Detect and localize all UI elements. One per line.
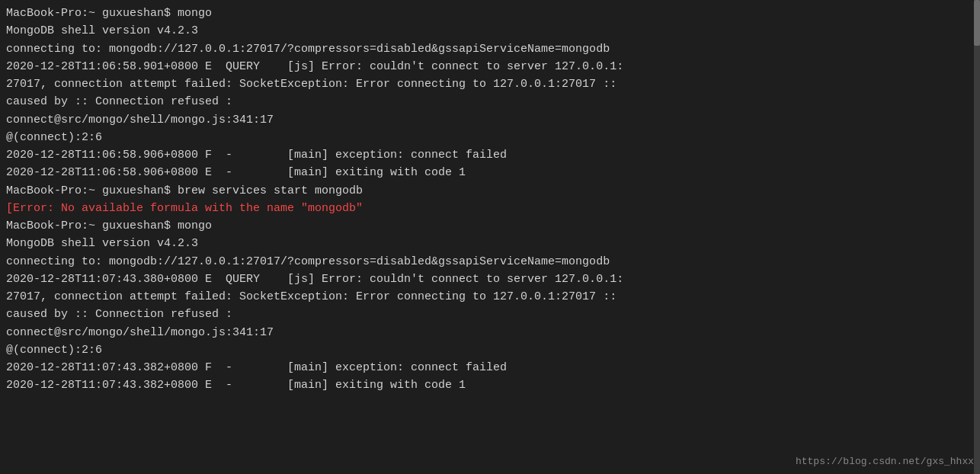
terminal-line: 2020-12-28T11:06:58.906+0800 E - [main] … xyxy=(6,164,974,181)
terminal-line: 2020-12-28T11:07:43.380+0800 E QUERY [js… xyxy=(6,271,974,288)
terminal-line: @(connect):2:6 xyxy=(6,341,974,359)
terminal-line: connecting to: mongodb://127.0.0.1:27017… xyxy=(6,40,974,58)
terminal-line: MacBook-Pro:~ guxueshan$ mongo xyxy=(6,217,974,235)
terminal-line: 27017, connection attempt failed: Socket… xyxy=(6,288,974,306)
terminal-content: MacBook-Pro:~ guxueshan$ mongoMongoDB sh… xyxy=(6,5,974,395)
terminal-line: MacBook-Pro:~ guxueshan$ mongo xyxy=(6,5,974,22)
terminal-line: connect@src/mongo/shell/mongo.js:341:17 xyxy=(6,324,974,341)
terminal-line: connect@src/mongo/shell/mongo.js:341:17 xyxy=(6,111,974,129)
terminal-line: caused by :: Connection refused : xyxy=(6,306,974,323)
terminal-line: 2020-12-28T11:06:58.906+0800 F - [main] … xyxy=(6,146,974,164)
terminal-line: 2020-12-28T11:07:43.382+0800 E - [main] … xyxy=(6,376,974,394)
watermark: https://blog.csdn.net/gxs_hhxx xyxy=(796,454,974,469)
scrollbar-thumb[interactable] xyxy=(974,0,980,46)
terminal-line: MongoDB shell version v4.2.3 xyxy=(6,235,974,252)
terminal-line: connecting to: mongodb://127.0.0.1:27017… xyxy=(6,253,974,271)
terminal-line: MacBook-Pro:~ guxueshan$ brew services s… xyxy=(6,182,974,200)
terminal-line: 2020-12-28T11:07:43.382+0800 F - [main] … xyxy=(6,359,974,376)
terminal-window: MacBook-Pro:~ guxueshan$ mongoMongoDB sh… xyxy=(0,0,980,474)
scrollbar[interactable] xyxy=(974,0,980,474)
terminal-line: 2020-12-28T11:06:58.901+0800 E QUERY [js… xyxy=(6,58,974,75)
terminal-line: caused by :: Connection refused : xyxy=(6,93,974,110)
terminal-line: @(connect):2:6 xyxy=(6,129,974,146)
terminal-line: 27017, connection attempt failed: Socket… xyxy=(6,75,974,93)
terminal-line: [Error: No available formula with the na… xyxy=(6,200,974,217)
terminal-line: MongoDB shell version v4.2.3 xyxy=(6,22,974,40)
